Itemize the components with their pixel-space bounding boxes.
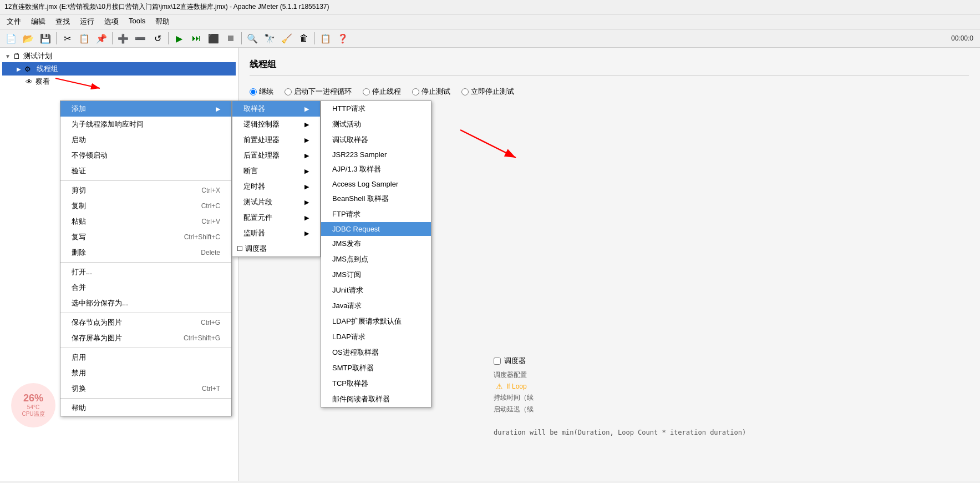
sampler-java[interactable]: Java请求 bbox=[321, 298, 431, 314]
menu-options[interactable]: 选项 bbox=[100, 16, 123, 28]
sampler-mail-reader[interactable]: 邮件阅读者取样器 bbox=[321, 391, 431, 407]
toolbar-new[interactable]: 📄 bbox=[3, 31, 19, 46]
submenu-pre-proc[interactable]: 前置处理器 ▶ bbox=[232, 132, 320, 148]
toolbar-stop[interactable]: ⬛ bbox=[206, 31, 221, 46]
toolbar-open[interactable]: 📂 bbox=[21, 31, 36, 46]
radio-stop-test-now-input[interactable] bbox=[461, 88, 469, 95]
toolbar-start[interactable]: ▶ bbox=[171, 31, 187, 46]
sampler-jms-sub[interactable]: JMS订阅 bbox=[321, 267, 431, 283]
ctx-open[interactable]: 打开... bbox=[60, 264, 231, 280]
radio-stop-test[interactable]: 停止测试 bbox=[412, 87, 450, 97]
toolbar-search[interactable]: 🔍 bbox=[245, 31, 260, 46]
ctx-delete[interactable]: 删除 Delete bbox=[60, 245, 231, 260]
sampler-smtp[interactable]: SMTP取样器 bbox=[321, 360, 431, 376]
sampler-ldap-ext[interactable]: LDAP扩展请求默认值 bbox=[321, 314, 431, 329]
sampler-os-process[interactable]: OS进程取样器 bbox=[321, 345, 431, 360]
tree-item-testplan[interactable]: ▼ 🗒 测试计划 bbox=[2, 50, 236, 62]
radio-start-next[interactable]: 启动下一进程循环 bbox=[285, 87, 352, 97]
ctx-add[interactable]: 添加 ▶ bbox=[60, 101, 231, 117]
sampler-http[interactable]: HTTP请求 bbox=[321, 101, 431, 117]
menu-file[interactable]: 文件 bbox=[2, 16, 26, 28]
ctx-validate[interactable]: 验证 bbox=[60, 163, 231, 179]
submenu-sampler[interactable]: 取样器 ▶ bbox=[232, 101, 320, 117]
ctx-help-label: 帮助 bbox=[72, 403, 220, 413]
ctx-save-partial[interactable]: 选中部分保存为... bbox=[60, 295, 231, 311]
toolbar-list[interactable]: 📋 bbox=[318, 31, 333, 46]
sampler-test-action[interactable]: 测试活动 bbox=[321, 117, 431, 132]
submenu-timer[interactable]: 定时器 ▶ bbox=[232, 179, 320, 194]
ctx-paste[interactable]: 粘贴 Ctrl+V bbox=[60, 214, 231, 229]
submenu-listener[interactable]: 监听器 ▶ bbox=[232, 225, 320, 241]
sampler-jsr223-label: JSR223 Sampler bbox=[332, 150, 387, 159]
radio-continue[interactable]: 继续 bbox=[250, 87, 273, 97]
radio-stop-test-input[interactable] bbox=[412, 88, 419, 95]
radio-stop-thread[interactable]: 停止线程 bbox=[363, 87, 401, 97]
sampler-jms-pub[interactable]: JMS发布 bbox=[321, 236, 431, 251]
scheduler-checkbox-input[interactable] bbox=[494, 358, 501, 365]
sampler-tcp[interactable]: TCP取样器 bbox=[321, 376, 431, 391]
menu-help[interactable]: 帮助 bbox=[151, 16, 174, 28]
toolbar-save[interactable]: 💾 bbox=[38, 31, 53, 46]
ctx-start-no-pause[interactable]: 不停顿启动 bbox=[60, 148, 231, 163]
ctx-save-node-img[interactable]: 保存节点为图片 Ctrl+G bbox=[60, 315, 231, 330]
radio-stop-test-now[interactable]: 立即停止测试 bbox=[461, 87, 514, 97]
ctx-cut[interactable]: 剪切 Ctrl+X bbox=[60, 183, 231, 198]
sampler-smtp-label: SMTP取样器 bbox=[332, 363, 374, 373]
toolbar-binoculars[interactable]: 🔭 bbox=[262, 31, 277, 46]
sampler-ldap[interactable]: LDAP请求 bbox=[321, 329, 431, 345]
radio-stop-test-label: 停止测试 bbox=[422, 87, 450, 97]
ctx-disable[interactable]: 禁用 bbox=[60, 365, 231, 381]
sampler-jms-p2p[interactable]: JMS点到点 bbox=[321, 251, 431, 267]
submenu-add: 取样器 ▶ 逻辑控制器 ▶ 前置处理器 ▶ 后置处理器 ▶ 断言 ▶ 定时器 ▶ bbox=[232, 100, 321, 257]
ctx-duplicate[interactable]: 复写 Ctrl+Shift+C bbox=[60, 229, 231, 245]
ctx-help[interactable]: 帮助 bbox=[60, 400, 231, 416]
toolbar-clear-all[interactable]: 🗑 bbox=[296, 31, 312, 46]
toolbar-sep-3 bbox=[168, 32, 169, 44]
ctx-save-screen-img[interactable]: 保存屏幕为图片 Ctrl+Shift+G bbox=[60, 330, 231, 346]
menu-edit[interactable]: 编辑 bbox=[27, 16, 50, 28]
toolbar-cut[interactable]: ✂ bbox=[59, 31, 75, 46]
sampler-ftp[interactable]: FTP请求 bbox=[321, 207, 431, 222]
radio-stop-thread-input[interactable] bbox=[363, 88, 370, 95]
toolbar-reset[interactable]: ↺ bbox=[150, 31, 165, 46]
toolbar-help[interactable]: ❓ bbox=[335, 31, 351, 46]
sampler-ajp[interactable]: AJP/1.3 取样器 bbox=[321, 162, 431, 177]
toolbar-copy[interactable]: 📋 bbox=[77, 31, 92, 46]
toolbar-shutdown[interactable]: ⏹ bbox=[223, 31, 238, 46]
toolbar-start-no-pause[interactable]: ⏭ bbox=[189, 31, 204, 46]
submenu-test-fragment[interactable]: 测试片段 ▶ bbox=[232, 194, 320, 210]
sampler-access-log-label: Access Log Sampler bbox=[332, 180, 398, 188]
toolbar-clear[interactable]: 🧹 bbox=[279, 31, 294, 46]
tree-item-view[interactable]: 👁 察看 bbox=[2, 76, 236, 88]
ctx-merge[interactable]: 合并 bbox=[60, 280, 231, 295]
submenu-config[interactable]: 配置元件 ▶ bbox=[232, 210, 320, 225]
ctx-enable[interactable]: 启用 bbox=[60, 350, 231, 365]
sampler-junit[interactable]: JUnit请求 bbox=[321, 283, 431, 298]
radio-start-next-input[interactable] bbox=[285, 88, 292, 95]
ctx-toggle[interactable]: 切换 Ctrl+T bbox=[60, 381, 231, 396]
ctx-copy[interactable]: 复制 Ctrl+C bbox=[60, 198, 231, 214]
sampler-jdbc[interactable]: JDBC Request bbox=[321, 222, 431, 236]
sampler-jsr223[interactable]: JSR223 Sampler bbox=[321, 148, 431, 162]
submenu-assertion[interactable]: 断言 ▶ bbox=[232, 163, 320, 179]
menu-find[interactable]: 查找 bbox=[51, 16, 74, 28]
ctx-start[interactable]: 启动 bbox=[60, 132, 231, 148]
ctx-add-response-time[interactable]: 为子线程添加响应时间 bbox=[60, 117, 231, 132]
submenu-pre-proc-arrow: ▶ bbox=[304, 137, 309, 144]
submenu-post-proc[interactable]: 后置处理器 ▶ bbox=[232, 148, 320, 163]
tree-item-threadgroup[interactable]: ▶ ⚙ 线程组 bbox=[2, 62, 236, 76]
submenu-logic-ctrl[interactable]: 逻辑控制器 ▶ bbox=[232, 117, 320, 132]
toolbar-expand[interactable]: ➕ bbox=[115, 31, 131, 46]
sampler-access-log[interactable]: Access Log Sampler bbox=[321, 177, 431, 191]
radio-continue-input[interactable] bbox=[250, 88, 257, 95]
sampler-beanshell[interactable]: BeanShell 取样器 bbox=[321, 191, 431, 207]
menu-run[interactable]: 运行 bbox=[75, 16, 99, 28]
menu-tools[interactable]: Tools bbox=[124, 16, 150, 28]
sampler-debug[interactable]: 调试取样器 bbox=[321, 132, 431, 148]
scheduler-checkbox-row[interactable]: 调度器 bbox=[494, 356, 534, 366]
submenu-scheduler-label: 调度器 bbox=[245, 244, 309, 254]
toolbar-paste[interactable]: 📌 bbox=[94, 31, 109, 46]
submenu-scheduler[interactable]: ☐ 调度器 bbox=[232, 241, 320, 256]
toolbar-sep-5 bbox=[314, 32, 315, 44]
toolbar-collapse[interactable]: ➖ bbox=[133, 31, 148, 46]
